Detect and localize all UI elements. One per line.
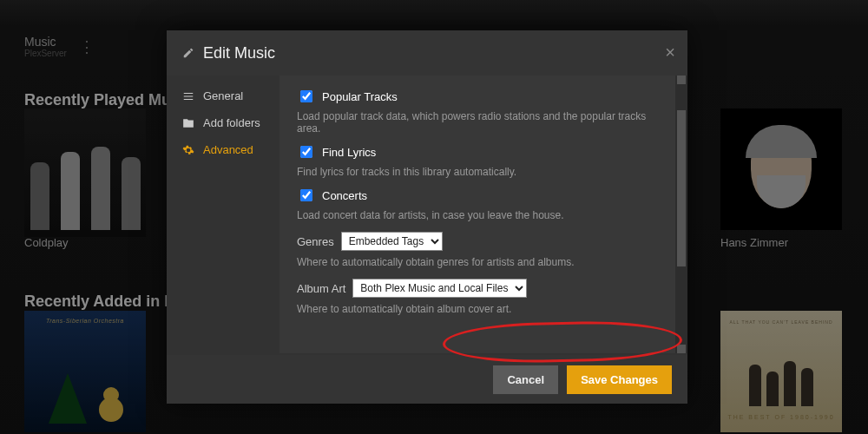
option-label: Find Lyrics: [322, 146, 376, 159]
sidebar-item-label: General: [203, 89, 243, 102]
scrollbar[interactable]: [675, 76, 687, 353]
scrollbar-thumb[interactable]: [677, 110, 686, 266]
option-concerts: Concerts Load concert data for artists, …: [297, 187, 670, 221]
sidebar-item-advanced[interactable]: Advanced: [167, 136, 279, 163]
sidebar-item-label: Add folders: [203, 116, 260, 129]
option-label: Album Art: [297, 282, 345, 295]
modal-footer: Cancel Save Changes: [167, 355, 687, 404]
list-icon: [182, 90, 194, 102]
option-help: Where to automatically obtain album cove…: [297, 303, 670, 315]
sidebar-item-folders[interactable]: Add folders: [167, 109, 279, 136]
option-label: Popular Tracks: [322, 90, 398, 103]
option-label: Concerts: [322, 189, 367, 202]
find-lyrics-checkbox[interactable]: [300, 146, 312, 158]
option-find-lyrics: Find Lyrics Find lyrics for tracks in th…: [297, 143, 670, 178]
sidebar-item-label: Advanced: [203, 143, 253, 156]
popular-tracks-checkbox[interactable]: [300, 90, 312, 102]
sidebar-item-general[interactable]: General: [167, 82, 279, 109]
option-help: Where to automatically obtain genres for…: [297, 256, 670, 268]
edit-library-modal: Edit Music × General Add folders Advance…: [167, 30, 687, 404]
gear-icon: [182, 144, 194, 156]
option-popular-tracks: Popular Tracks Load popular track data, …: [297, 88, 670, 135]
modal-sidebar: General Add folders Advanced: [167, 76, 279, 353]
settings-pane: Popular Tracks Load popular track data, …: [279, 76, 687, 353]
concerts-checkbox[interactable]: [300, 189, 312, 201]
modal-header: Edit Music ×: [167, 30, 687, 76]
edit-icon: [182, 47, 194, 59]
album-art-select[interactable]: Both Plex Music and Local Files: [352, 279, 527, 298]
genres-select[interactable]: Embedded Tags: [341, 232, 443, 251]
option-help: Load concert data for artists, in case y…: [297, 209, 670, 221]
modal-title: Edit Music: [203, 44, 275, 62]
option-help: Load popular track data, which powers ra…: [297, 110, 670, 135]
option-label: Genres: [297, 235, 334, 248]
save-changes-button[interactable]: Save Changes: [567, 365, 672, 394]
option-genres: Genres Embedded Tags Where to automatica…: [297, 232, 670, 268]
option-help: Find lyrics for tracks in this library a…: [297, 166, 670, 178]
option-album-art: Album Art Both Plex Music and Local File…: [297, 279, 670, 315]
folder-icon: [182, 117, 194, 129]
cancel-button[interactable]: Cancel: [493, 365, 558, 394]
close-icon[interactable]: ×: [665, 43, 675, 62]
